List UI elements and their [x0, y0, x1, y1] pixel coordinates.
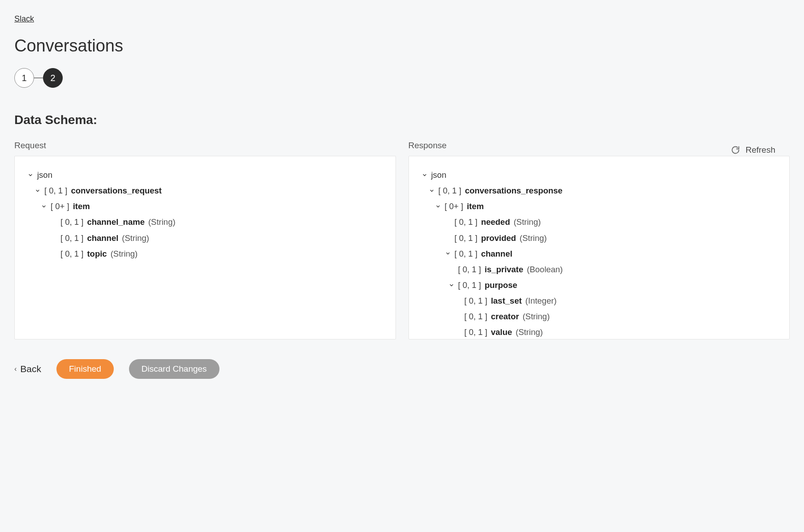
- section-title: Data Schema:: [14, 113, 790, 127]
- field-type: (String): [111, 246, 138, 262]
- field-name: channel: [481, 246, 512, 262]
- field-name: channel_name: [87, 214, 145, 230]
- field-type: (Boolean): [527, 262, 563, 277]
- stepper: 1 2: [14, 68, 790, 88]
- field-name: purpose: [485, 277, 517, 293]
- field-name: last_set: [491, 293, 522, 309]
- cardinality: [ 0, 1 ]: [439, 183, 461, 198]
- tree-row[interactable]: [ 0, 1 ] topic (String): [27, 246, 387, 262]
- back-button[interactable]: ‹ Back: [14, 364, 41, 374]
- cardinality: [ 0, 1 ]: [60, 214, 83, 230]
- chevron-down-icon[interactable]: [421, 172, 428, 178]
- field-type: (String): [523, 309, 550, 324]
- field-name: topic: [87, 246, 107, 262]
- tree-row[interactable]: [ 0, 1 ] provided (String): [421, 230, 781, 246]
- breadcrumb-link[interactable]: Slack: [14, 14, 34, 24]
- request-panel-label: Request: [14, 141, 396, 150]
- chevron-down-icon[interactable]: [41, 203, 47, 210]
- tree-row[interactable]: [ 0+ ] item: [421, 198, 781, 214]
- field-name: conversations_response: [465, 183, 563, 198]
- step-2[interactable]: 2: [43, 68, 63, 88]
- cardinality: [ 0, 1 ]: [458, 277, 481, 293]
- chevron-down-icon[interactable]: [445, 250, 451, 257]
- finished-button[interactable]: Finished: [56, 359, 114, 379]
- cardinality: [ 0, 1 ]: [44, 183, 67, 198]
- tree-node-label: json: [431, 167, 447, 183]
- chevron-down-icon[interactable]: [27, 172, 34, 178]
- field-name: value: [491, 324, 512, 339]
- cardinality: [ 0, 1 ]: [458, 262, 481, 277]
- field-name: provided: [481, 230, 516, 246]
- tree-node-label: json: [37, 167, 52, 183]
- tree-row[interactable]: [ 0, 1 ] creator (String): [421, 309, 781, 324]
- tree-row[interactable]: [ 0, 1 ] channel: [421, 246, 781, 262]
- tree-row[interactable]: [ 0+ ] item: [27, 198, 387, 214]
- tree-row[interactable]: json: [421, 167, 781, 183]
- chevron-down-icon[interactable]: [435, 203, 441, 210]
- field-name: is_private: [485, 262, 523, 277]
- tree-row[interactable]: [ 0, 1 ] needed (String): [421, 214, 781, 230]
- cardinality: [ 0, 1 ]: [464, 309, 487, 324]
- step-1[interactable]: 1: [14, 68, 34, 88]
- tree-row[interactable]: [ 0, 1 ] value (String): [421, 324, 781, 339]
- cardinality: [ 0, 1 ]: [464, 324, 487, 339]
- field-type: (String): [520, 230, 547, 246]
- cardinality: [ 0, 1 ]: [455, 214, 477, 230]
- cardinality: [ 0, 1 ]: [455, 230, 477, 246]
- field-name: item: [73, 198, 90, 214]
- field-type: (String): [122, 230, 149, 246]
- tree-row[interactable]: [ 0, 1 ] channel (String): [27, 230, 387, 246]
- tree-row[interactable]: json: [27, 167, 387, 183]
- discard-button[interactable]: Discard Changes: [129, 359, 219, 379]
- field-type: (String): [148, 214, 176, 230]
- chevron-down-icon[interactable]: [448, 282, 455, 288]
- cardinality: [ 0+ ]: [51, 198, 69, 214]
- field-name: needed: [481, 214, 510, 230]
- tree-row[interactable]: [ 0, 1 ] last_set (Integer): [421, 293, 781, 309]
- field-type: (String): [514, 214, 541, 230]
- field-name: conversations_request: [71, 183, 162, 198]
- tree-row[interactable]: [ 0, 1 ] channel_name (String): [27, 214, 387, 230]
- field-type: (Integer): [525, 293, 557, 309]
- tree-row[interactable]: [ 0, 1 ] conversations_response: [421, 183, 781, 198]
- page-title: Conversations: [14, 36, 790, 56]
- response-panel[interactable]: json[ 0, 1 ] conversations_response[ 0+ …: [408, 156, 790, 339]
- response-panel-label: Response: [408, 141, 790, 150]
- back-label: Back: [20, 364, 41, 374]
- tree-row[interactable]: [ 0, 1 ] conversations_request: [27, 183, 387, 198]
- cardinality: [ 0, 1 ]: [60, 230, 83, 246]
- request-panel[interactable]: json[ 0, 1 ] conversations_request[ 0+ ]…: [14, 156, 396, 339]
- field-name: creator: [491, 309, 519, 324]
- tree-row[interactable]: [ 0, 1 ] is_private (Boolean): [421, 262, 781, 277]
- cardinality: [ 0, 1 ]: [60, 246, 83, 262]
- chevron-down-icon[interactable]: [34, 188, 41, 194]
- chevron-left-icon: ‹: [14, 365, 17, 373]
- cardinality: [ 0, 1 ]: [455, 246, 477, 262]
- field-name: channel: [87, 230, 118, 246]
- field-type: (String): [516, 324, 543, 339]
- chevron-down-icon[interactable]: [429, 188, 435, 194]
- field-name: item: [467, 198, 484, 214]
- tree-row[interactable]: [ 0, 1 ] purpose: [421, 277, 781, 293]
- step-connector: [34, 77, 43, 78]
- cardinality: [ 0+ ]: [445, 198, 464, 214]
- cardinality: [ 0, 1 ]: [464, 293, 487, 309]
